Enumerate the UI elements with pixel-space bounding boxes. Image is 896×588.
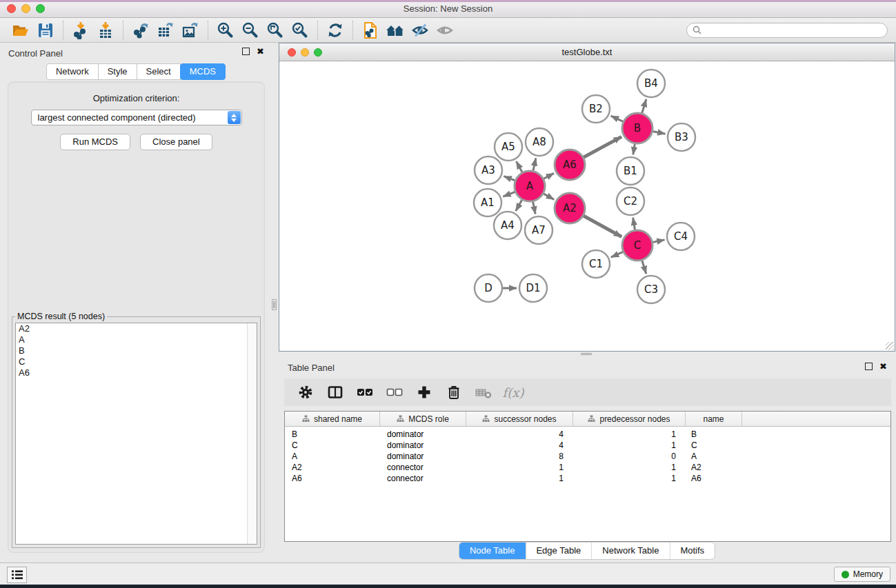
column-header-name[interactable]: name [686, 412, 742, 426]
table-cell[interactable]: A2 [686, 463, 742, 472]
traffic-light-close[interactable] [7, 4, 16, 13]
export-image-button[interactable] [178, 20, 203, 41]
zoom-fit-button[interactable] [263, 20, 288, 41]
search-input[interactable] [705, 25, 882, 36]
vertical-splitter[interactable] [270, 43, 279, 562]
table-cell[interactable]: A6 [686, 474, 742, 483]
close-panel-icon[interactable]: ✖ [257, 48, 264, 55]
select-all-columns-button[interactable] [356, 383, 374, 401]
table-row[interactable]: A2connector11A2 [285, 462, 890, 473]
table-cell[interactable]: dominator [380, 440, 466, 450]
show-all-button[interactable] [432, 20, 457, 41]
table-cell[interactable]: A6 [285, 474, 380, 483]
tab-style[interactable]: Style [98, 63, 137, 80]
table-cell[interactable]: C [686, 440, 742, 450]
network-canvas[interactable]: B4B2BB3A5A8A6B1A3AC2A1A2A4A7CC4C1DD1C3 [279, 61, 895, 351]
tab-network-table[interactable]: Network Table [592, 543, 670, 559]
zoom-out-button[interactable] [238, 20, 263, 41]
node-label-A6: A6 [563, 159, 577, 171]
mcds-result-item[interactable]: C [16, 356, 257, 367]
table-cell[interactable]: 1 [573, 463, 686, 472]
traffic-light-minimize[interactable] [21, 4, 30, 13]
zoom-in-button[interactable] [213, 20, 238, 41]
table-cell[interactable]: connector [380, 474, 466, 483]
tab-node-table[interactable]: Node Table [459, 543, 526, 559]
zoom-selected-button[interactable] [288, 20, 312, 41]
import-table-button[interactable] [93, 20, 118, 41]
table-row[interactable]: A6connector11A6 [285, 473, 890, 484]
table-row[interactable]: Bdominator41B [285, 429, 890, 440]
open-session-button[interactable] [8, 20, 33, 41]
memory-label: Memory [853, 569, 883, 579]
function-builder-button[interactable]: f(x) [504, 383, 522, 401]
close-panel-icon[interactable]: ✖ [879, 363, 887, 370]
create-column-button[interactable] [415, 383, 433, 401]
show-task-history-button[interactable] [7, 567, 27, 583]
network-traffic-light-zoom[interactable] [314, 48, 322, 57]
table-cell[interactable]: dominator [380, 452, 466, 461]
table-cell[interactable]: A [285, 452, 380, 461]
window-resize-grip[interactable] [886, 342, 894, 350]
hide-selected-button[interactable] [408, 20, 432, 41]
plus-icon [416, 384, 432, 401]
table-cell[interactable]: 1 [466, 474, 573, 483]
mcds-result-item[interactable]: A [16, 334, 257, 345]
table-cell[interactable]: 1 [573, 440, 686, 450]
table-cell[interactable]: 0 [573, 452, 686, 461]
mcds-result-item[interactable]: B [16, 345, 257, 356]
tab-motifs[interactable]: Motifs [670, 543, 715, 559]
network-traffic-light-minimize[interactable] [301, 48, 309, 57]
traffic-light-zoom[interactable] [36, 4, 45, 13]
table-cell[interactable]: 4 [466, 440, 573, 450]
table-cell[interactable]: connector [380, 463, 466, 472]
unselect-all-columns-button[interactable] [386, 383, 404, 401]
tab-network[interactable]: Network [46, 63, 99, 80]
delete-table-button[interactable] [475, 383, 492, 401]
table-cell[interactable]: B [285, 429, 380, 439]
show-column-panel-button[interactable] [326, 383, 344, 401]
import-network-button[interactable] [68, 20, 93, 41]
mcds-result-item[interactable]: A6 [16, 367, 257, 378]
column-header-shared-name[interactable]: shared name [285, 412, 380, 426]
home-view-button[interactable] [383, 20, 408, 41]
result-scrollbar[interactable] [247, 323, 257, 544]
table-cell[interactable]: C [285, 440, 380, 450]
close-panel-button[interactable]: Close panel [140, 134, 212, 150]
table-row[interactable]: Adominator80A [285, 451, 890, 462]
export-network-button[interactable] [128, 20, 153, 41]
network-traffic-light-close[interactable] [288, 48, 296, 57]
table-cell[interactable]: A [686, 452, 742, 461]
splitter-grip[interactable] [581, 353, 592, 356]
table-cell[interactable]: 1 [573, 474, 686, 483]
mcds-result-item[interactable]: A2 [16, 323, 257, 334]
new-network-from-file-button[interactable] [358, 20, 383, 41]
export-table-button[interactable] [153, 20, 178, 41]
column-header-mcds-role[interactable]: MCDS role [380, 412, 466, 426]
zoom-out-icon [241, 21, 259, 39]
table-row[interactable]: Cdominator41C [285, 440, 890, 451]
table-cell[interactable]: A2 [285, 463, 380, 472]
table-cell[interactable]: 4 [466, 429, 573, 439]
save-session-button[interactable] [33, 20, 58, 41]
float-panel-icon[interactable] [242, 48, 250, 55]
optimization-select[interactable]: largest connected component (directed) [31, 110, 242, 125]
table-options-button[interactable] [297, 383, 315, 401]
table-cell[interactable]: 1 [466, 463, 573, 472]
delete-column-button[interactable] [445, 383, 463, 401]
tab-mcds[interactable]: MCDS [180, 63, 226, 80]
task-list-icon [11, 569, 23, 580]
horizontal-splitter[interactable] [279, 352, 895, 358]
refresh-button[interactable] [323, 20, 348, 41]
column-header-successor-nodes[interactable]: successor nodes [466, 412, 573, 426]
tab-edge-table[interactable]: Edge Table [526, 543, 592, 559]
table-cell[interactable]: B [686, 429, 742, 439]
table-cell[interactable]: 1 [573, 429, 686, 439]
splitter-grip[interactable] [272, 299, 277, 310]
run-mcds-button[interactable]: Run MCDS [60, 134, 130, 150]
table-cell[interactable]: dominator [380, 429, 466, 439]
tab-select[interactable]: Select [137, 63, 181, 80]
table-cell[interactable]: 8 [466, 452, 573, 461]
column-header-predecessor-nodes[interactable]: predecessor nodes [573, 412, 686, 426]
memory-button[interactable]: Memory [834, 567, 890, 582]
float-panel-icon[interactable] [865, 363, 873, 370]
